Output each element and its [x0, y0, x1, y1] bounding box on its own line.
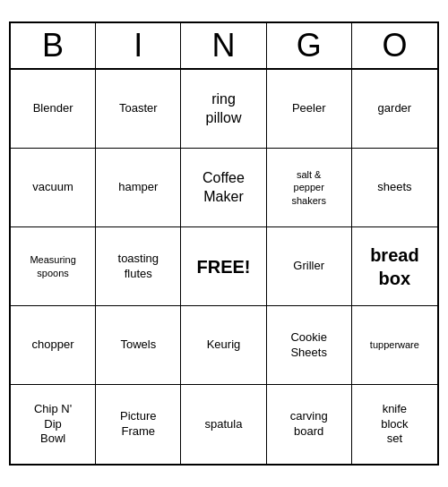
bingo-cell: vacuum	[11, 149, 96, 227]
bingo-cell: hamper	[96, 149, 181, 227]
bingo-cell: knifeblockset	[352, 385, 437, 464]
bingo-cell: Griller	[267, 227, 352, 306]
bingo-cell: PictureFrame	[96, 385, 181, 464]
bingo-cell: carvingboard	[267, 385, 352, 464]
bingo-cell: sheets	[352, 149, 437, 227]
bingo-cell: tupperware	[352, 306, 437, 385]
header-letter: I	[96, 23, 181, 68]
bingo-grid: BlenderToasterringpillowPeelergardervacu…	[11, 70, 437, 464]
bingo-cell: Measuringspoons	[11, 227, 96, 306]
bingo-cell: spatula	[181, 385, 266, 464]
bingo-cell: CookieSheets	[267, 306, 352, 385]
bingo-header: BINGO	[11, 23, 437, 70]
bingo-cell: Keurig	[181, 306, 266, 385]
bingo-cell: garder	[352, 70, 437, 149]
bingo-cell: FREE!	[181, 227, 266, 306]
header-letter: N	[181, 23, 266, 68]
bingo-cell: Chip N'DipBowl	[11, 385, 96, 464]
bingo-cell: Blender	[11, 70, 96, 149]
bingo-cell: chopper	[11, 306, 96, 385]
bingo-cell: salt &peppershakers	[267, 149, 352, 227]
header-letter: O	[352, 23, 437, 68]
header-letter: G	[267, 23, 352, 68]
bingo-cell: breadbox	[352, 227, 437, 306]
bingo-cell: CoffeeMaker	[181, 149, 266, 227]
bingo-cell: ringpillow	[181, 70, 266, 149]
bingo-cell: Peeler	[267, 70, 352, 149]
bingo-cell: Toaster	[96, 70, 181, 149]
header-letter: B	[11, 23, 96, 68]
bingo-card: BINGO BlenderToasterringpillowPeelergard…	[9, 21, 439, 466]
bingo-cell: toastingflutes	[96, 227, 181, 306]
bingo-cell: Towels	[96, 306, 181, 385]
